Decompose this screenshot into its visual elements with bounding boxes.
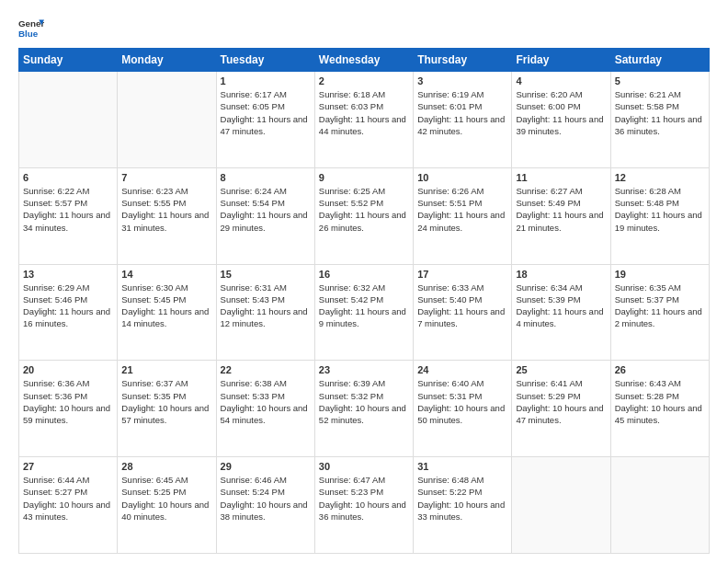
day-number: 11 bbox=[516, 172, 606, 183]
weekday-header-friday: Friday bbox=[512, 49, 610, 72]
day-detail: Sunrise: 6:28 AMSunset: 5:48 PMDaylight:… bbox=[615, 185, 705, 234]
day-detail: Sunrise: 6:41 AMSunset: 5:29 PMDaylight:… bbox=[516, 377, 606, 426]
day-number: 12 bbox=[615, 172, 705, 183]
day-cell bbox=[610, 457, 709, 554]
week-row-2: 6Sunrise: 6:22 AMSunset: 5:57 PMDaylight… bbox=[19, 167, 710, 264]
week-row-3: 13Sunrise: 6:29 AMSunset: 5:46 PMDayligh… bbox=[19, 264, 710, 361]
day-detail: Sunrise: 6:20 AMSunset: 6:00 PMDaylight:… bbox=[516, 88, 606, 137]
day-detail: Sunrise: 6:36 AMSunset: 5:36 PMDaylight:… bbox=[23, 377, 113, 426]
day-number: 9 bbox=[319, 172, 409, 183]
day-cell: 28Sunrise: 6:45 AMSunset: 5:25 PMDayligh… bbox=[118, 457, 216, 554]
day-number: 30 bbox=[319, 461, 409, 472]
day-number: 23 bbox=[319, 364, 409, 375]
weekday-header-wednesday: Wednesday bbox=[314, 49, 413, 72]
day-detail: Sunrise: 6:30 AMSunset: 5:45 PMDaylight:… bbox=[121, 282, 211, 330]
svg-text:General: General bbox=[18, 18, 44, 29]
day-detail: Sunrise: 6:27 AMSunset: 5:49 PMDaylight:… bbox=[516, 185, 606, 234]
day-number: 5 bbox=[615, 75, 705, 86]
day-cell: 4Sunrise: 6:20 AMSunset: 6:00 PMDaylight… bbox=[512, 72, 610, 168]
day-number: 15 bbox=[221, 269, 311, 280]
day-number: 4 bbox=[516, 75, 606, 86]
day-detail: Sunrise: 6:44 AMSunset: 5:27 PMDaylight:… bbox=[23, 474, 113, 523]
day-detail: Sunrise: 6:38 AMSunset: 5:33 PMDaylight:… bbox=[221, 377, 311, 426]
day-number: 31 bbox=[417, 461, 507, 472]
day-detail: Sunrise: 6:39 AMSunset: 5:32 PMDaylight:… bbox=[319, 377, 409, 426]
day-detail: Sunrise: 6:19 AMSunset: 6:01 PMDaylight:… bbox=[417, 88, 507, 137]
day-number: 16 bbox=[319, 269, 409, 280]
day-cell: 21Sunrise: 6:37 AMSunset: 5:35 PMDayligh… bbox=[118, 361, 216, 457]
day-detail: Sunrise: 6:29 AMSunset: 5:46 PMDaylight:… bbox=[23, 282, 113, 330]
day-number: 6 bbox=[23, 172, 113, 183]
day-number: 21 bbox=[121, 364, 211, 375]
day-cell: 5Sunrise: 6:21 AMSunset: 5:58 PMDaylight… bbox=[610, 72, 709, 168]
day-detail: Sunrise: 6:23 AMSunset: 5:55 PMDaylight:… bbox=[121, 185, 211, 234]
day-cell: 10Sunrise: 6:26 AMSunset: 5:51 PMDayligh… bbox=[414, 167, 512, 264]
day-cell: 24Sunrise: 6:40 AMSunset: 5:31 PMDayligh… bbox=[414, 361, 512, 457]
day-detail: Sunrise: 6:43 AMSunset: 5:28 PMDaylight:… bbox=[615, 377, 705, 426]
day-number: 14 bbox=[121, 269, 211, 280]
day-cell: 29Sunrise: 6:46 AMSunset: 5:24 PMDayligh… bbox=[216, 457, 314, 554]
day-number: 22 bbox=[221, 364, 311, 375]
day-detail: Sunrise: 6:48 AMSunset: 5:22 PMDaylight:… bbox=[417, 474, 507, 523]
day-cell bbox=[19, 72, 118, 168]
day-cell: 22Sunrise: 6:38 AMSunset: 5:33 PMDayligh… bbox=[216, 361, 314, 457]
day-detail: Sunrise: 6:18 AMSunset: 6:03 PMDaylight:… bbox=[319, 88, 409, 137]
day-detail: Sunrise: 6:25 AMSunset: 5:52 PMDaylight:… bbox=[319, 185, 409, 234]
page: General Blue SundayMondayTuesdayWednesda… bbox=[0, 0, 728, 563]
day-number: 25 bbox=[516, 364, 606, 375]
weekday-header-sunday: Sunday bbox=[19, 49, 118, 72]
day-detail: Sunrise: 6:35 AMSunset: 5:37 PMDaylight:… bbox=[615, 282, 705, 330]
day-number: 10 bbox=[417, 172, 507, 183]
day-number: 3 bbox=[417, 75, 507, 86]
day-detail: Sunrise: 6:22 AMSunset: 5:57 PMDaylight:… bbox=[23, 185, 113, 234]
day-detail: Sunrise: 6:33 AMSunset: 5:40 PMDaylight:… bbox=[417, 282, 507, 330]
day-number: 24 bbox=[417, 364, 507, 375]
day-number: 27 bbox=[23, 461, 113, 472]
day-cell: 1Sunrise: 6:17 AMSunset: 6:05 PMDaylight… bbox=[216, 72, 314, 168]
day-detail: Sunrise: 6:45 AMSunset: 5:25 PMDaylight:… bbox=[121, 474, 211, 523]
day-number: 7 bbox=[121, 172, 211, 183]
day-cell: 12Sunrise: 6:28 AMSunset: 5:48 PMDayligh… bbox=[610, 167, 709, 264]
header: General Blue bbox=[18, 15, 710, 40]
day-detail: Sunrise: 6:40 AMSunset: 5:31 PMDaylight:… bbox=[417, 377, 507, 426]
day-number: 28 bbox=[121, 461, 211, 472]
day-detail: Sunrise: 6:34 AMSunset: 5:39 PMDaylight:… bbox=[516, 282, 606, 330]
day-detail: Sunrise: 6:21 AMSunset: 5:58 PMDaylight:… bbox=[615, 88, 705, 137]
day-cell: 13Sunrise: 6:29 AMSunset: 5:46 PMDayligh… bbox=[19, 264, 118, 361]
day-cell: 8Sunrise: 6:24 AMSunset: 5:54 PMDaylight… bbox=[216, 167, 314, 264]
day-cell: 30Sunrise: 6:47 AMSunset: 5:23 PMDayligh… bbox=[314, 457, 413, 554]
logo-icon: General Blue bbox=[18, 15, 44, 40]
day-cell: 2Sunrise: 6:18 AMSunset: 6:03 PMDaylight… bbox=[314, 72, 413, 168]
day-detail: Sunrise: 6:26 AMSunset: 5:51 PMDaylight:… bbox=[417, 185, 507, 234]
day-cell: 17Sunrise: 6:33 AMSunset: 5:40 PMDayligh… bbox=[414, 264, 512, 361]
day-detail: Sunrise: 6:46 AMSunset: 5:24 PMDaylight:… bbox=[221, 474, 311, 523]
day-cell: 7Sunrise: 6:23 AMSunset: 5:55 PMDaylight… bbox=[118, 167, 216, 264]
week-row-5: 27Sunrise: 6:44 AMSunset: 5:27 PMDayligh… bbox=[19, 457, 710, 554]
weekday-header-row: SundayMondayTuesdayWednesdayThursdayFrid… bbox=[19, 49, 710, 72]
day-number: 20 bbox=[23, 364, 113, 375]
day-cell: 18Sunrise: 6:34 AMSunset: 5:39 PMDayligh… bbox=[512, 264, 610, 361]
day-detail: Sunrise: 6:17 AMSunset: 6:05 PMDaylight:… bbox=[221, 88, 311, 137]
day-cell: 23Sunrise: 6:39 AMSunset: 5:32 PMDayligh… bbox=[314, 361, 413, 457]
day-detail: Sunrise: 6:31 AMSunset: 5:43 PMDaylight:… bbox=[221, 282, 311, 330]
day-cell: 31Sunrise: 6:48 AMSunset: 5:22 PMDayligh… bbox=[414, 457, 512, 554]
logo: General Blue bbox=[18, 15, 44, 40]
weekday-header-tuesday: Tuesday bbox=[216, 49, 314, 72]
day-cell: 15Sunrise: 6:31 AMSunset: 5:43 PMDayligh… bbox=[216, 264, 314, 361]
day-cell: 16Sunrise: 6:32 AMSunset: 5:42 PMDayligh… bbox=[314, 264, 413, 361]
day-detail: Sunrise: 6:47 AMSunset: 5:23 PMDaylight:… bbox=[319, 474, 409, 523]
day-detail: Sunrise: 6:24 AMSunset: 5:54 PMDaylight:… bbox=[221, 185, 311, 234]
day-cell: 6Sunrise: 6:22 AMSunset: 5:57 PMDaylight… bbox=[19, 167, 118, 264]
weekday-header-saturday: Saturday bbox=[610, 49, 709, 72]
weekday-header-monday: Monday bbox=[118, 49, 216, 72]
weekday-header-thursday: Thursday bbox=[414, 49, 512, 72]
day-detail: Sunrise: 6:37 AMSunset: 5:35 PMDaylight:… bbox=[121, 377, 211, 426]
day-cell: 3Sunrise: 6:19 AMSunset: 6:01 PMDaylight… bbox=[414, 72, 512, 168]
week-row-4: 20Sunrise: 6:36 AMSunset: 5:36 PMDayligh… bbox=[19, 361, 710, 457]
day-cell: 27Sunrise: 6:44 AMSunset: 5:27 PMDayligh… bbox=[19, 457, 118, 554]
day-number: 2 bbox=[319, 75, 409, 86]
day-cell: 19Sunrise: 6:35 AMSunset: 5:37 PMDayligh… bbox=[610, 264, 709, 361]
day-number: 13 bbox=[23, 269, 113, 280]
day-cell bbox=[118, 72, 216, 168]
day-number: 18 bbox=[516, 269, 606, 280]
